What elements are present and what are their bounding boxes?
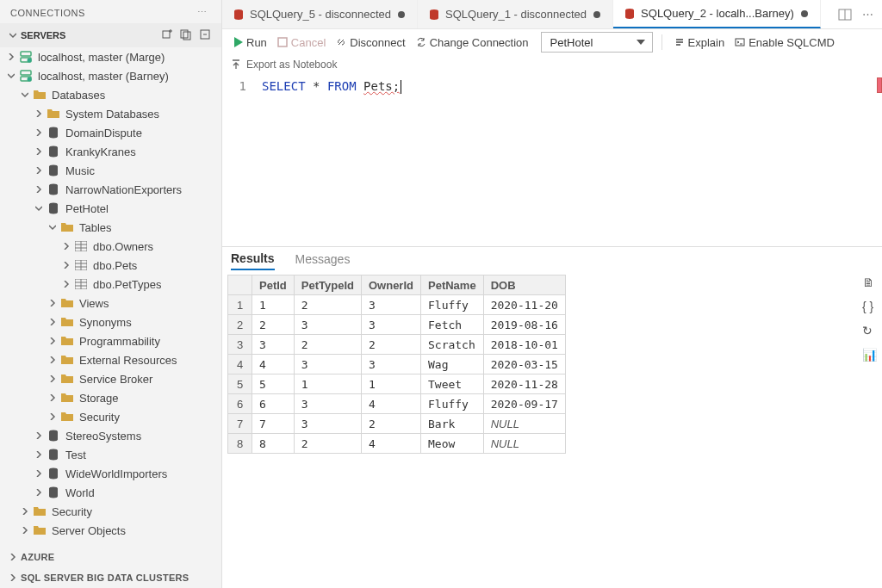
cell[interactable]: Fluffy (420, 295, 483, 315)
cell[interactable]: Bark (420, 414, 483, 434)
database-node[interactable]: StereoSystems (0, 426, 221, 445)
table-node[interactable]: dbo.Pets (0, 256, 221, 275)
cell[interactable]: Fetch (420, 315, 483, 335)
cell[interactable]: NULL (483, 434, 565, 454)
folder-node[interactable]: Views (0, 294, 221, 313)
cell[interactable]: Fluffy (420, 394, 483, 414)
refresh-icon[interactable]: ↻ (862, 324, 877, 337)
editor-tab[interactable]: SQLQuery_2 - localh...Barney) (613, 0, 821, 28)
folder-node[interactable]: Security (0, 502, 221, 521)
more-icon[interactable]: ⋯ (862, 8, 873, 21)
table-row[interactable]: 7732BarkNULL (228, 414, 566, 434)
tab-messages[interactable]: Messages (295, 252, 351, 269)
cell[interactable]: 2020-11-20 (483, 295, 565, 315)
cell[interactable]: 3 (294, 355, 361, 374)
cell[interactable]: 2 (252, 315, 295, 335)
cell[interactable]: 2020-11-28 (483, 374, 565, 394)
table-row[interactable]: 4433Wag2020-03-15 (228, 355, 566, 374)
cell[interactable]: NULL (483, 414, 565, 434)
database-node[interactable]: Test (0, 445, 221, 464)
cell[interactable]: 2 (361, 414, 420, 434)
cell[interactable]: 2020-03-15 (483, 355, 565, 374)
cell[interactable]: 2 (294, 335, 361, 355)
server-node[interactable]: localhost, master (Barney) (0, 66, 221, 85)
column-header[interactable]: PetTypeId (294, 275, 361, 295)
folder-node[interactable]: Programmability (0, 331, 221, 350)
cell[interactable]: 6 (252, 394, 295, 414)
cell[interactable]: 3 (361, 295, 420, 315)
cell[interactable]: Meow (420, 434, 483, 454)
database-node[interactable]: NarrowNationExporters (0, 180, 221, 199)
table-row[interactable]: 8824MeowNULL (228, 434, 566, 454)
database-node[interactable]: DomainDispute (0, 123, 221, 142)
split-editor-icon[interactable] (838, 8, 852, 22)
disconnect-button[interactable]: Disconnect (332, 34, 408, 51)
cell[interactable]: 3 (294, 414, 361, 434)
table-row[interactable]: 5511Tweet2020-11-28 (228, 374, 566, 394)
database-node[interactable]: World (0, 483, 221, 502)
cell[interactable]: Tweet (420, 374, 483, 394)
run-button[interactable]: Run (231, 34, 270, 51)
change-connection-button[interactable]: Change Connection (413, 34, 532, 51)
servers-header[interactable]: SERVERS (0, 23, 221, 47)
save-csv-icon[interactable]: 🗎 (862, 275, 877, 289)
object-explorer-tree[interactable]: localhost, master (Marge)localhost, mast… (0, 47, 221, 547)
database-node[interactable]: Music (0, 161, 221, 180)
enable-sqlcmd-button[interactable]: Enable SQLCMD (731, 34, 838, 51)
folder-node[interactable]: External Resources (0, 350, 221, 369)
new-connection-icon[interactable] (161, 28, 175, 42)
tab-results[interactable]: Results (231, 251, 275, 270)
table-node[interactable]: dbo.Owners (0, 237, 221, 256)
editor-tab[interactable]: SQLQuery_5 - disconnected (222, 0, 418, 28)
sql-editor[interactable]: 1 SELECT * FROM Pets; (222, 74, 882, 246)
cell[interactable]: Scratch (420, 335, 483, 355)
database-node[interactable]: KrankyKranes (0, 142, 221, 161)
cell[interactable]: 7 (252, 414, 295, 434)
connections-more-icon[interactable]: ⋯ (194, 7, 211, 18)
cell[interactable]: 3 (361, 355, 420, 374)
cell[interactable]: 4 (361, 434, 420, 454)
column-header[interactable]: PetId (252, 275, 295, 295)
big-data-section[interactable]: SQL SERVER BIG DATA CLUSTERS (0, 567, 221, 588)
cell[interactable]: 2020-09-17 (483, 394, 565, 414)
databases-folder[interactable]: Databases (0, 85, 221, 104)
database-node[interactable]: PetHotel (0, 199, 221, 218)
cell[interactable]: 3 (252, 335, 295, 355)
collapse-all-icon[interactable] (199, 28, 213, 42)
column-header[interactable]: PetName (420, 275, 483, 295)
database-node[interactable]: WideWorldImporters (0, 464, 221, 483)
export-notebook-button[interactable]: Export as Notebook (222, 55, 882, 74)
editor-tab[interactable]: SQLQuery_1 - disconnected (418, 0, 613, 28)
server-node[interactable]: localhost, master (Marge) (0, 47, 221, 66)
folder-node[interactable]: Server Objects (0, 521, 221, 540)
cell[interactable]: 1 (252, 295, 295, 315)
cell[interactable]: 5 (252, 374, 295, 394)
table-node[interactable]: dbo.PetTypes (0, 275, 221, 294)
database-select[interactable]: PetHotel (541, 32, 653, 53)
column-header[interactable]: OwnerId (361, 275, 420, 295)
table-row[interactable]: 3322Scratch2018-10-01 (228, 335, 566, 355)
save-json-icon[interactable]: { } (862, 300, 877, 313)
cell[interactable]: 2 (294, 434, 361, 454)
new-group-icon[interactable] (180, 28, 194, 42)
cell[interactable]: 2 (361, 335, 420, 355)
cell[interactable]: 2018-10-01 (483, 335, 565, 355)
cell[interactable]: 1 (361, 374, 420, 394)
cell[interactable]: 1 (294, 374, 361, 394)
cell[interactable]: Wag (420, 355, 483, 374)
cancel-button[interactable]: Cancel (274, 34, 329, 51)
cell[interactable]: 2 (294, 295, 361, 315)
cell[interactable]: 2019-08-16 (483, 315, 565, 335)
cell[interactable]: 3 (294, 394, 361, 414)
cell[interactable]: 4 (252, 355, 295, 374)
azure-section[interactable]: AZURE (0, 547, 221, 567)
chart-icon[interactable]: 📊 (862, 348, 877, 362)
overview-marker[interactable] (877, 77, 882, 93)
explain-button[interactable]: Explain (671, 34, 729, 51)
results-grid[interactable]: PetIdPetTypeIdOwnerIdPetNameDOB1123Fluff… (227, 275, 566, 454)
column-header[interactable]: DOB (483, 275, 565, 295)
code-line[interactable]: SELECT * FROM Pets; (262, 77, 882, 95)
table-row[interactable]: 6634Fluffy2020-09-17 (228, 394, 566, 414)
database-node[interactable]: System Databases (0, 104, 221, 123)
cell[interactable]: 3 (294, 315, 361, 335)
